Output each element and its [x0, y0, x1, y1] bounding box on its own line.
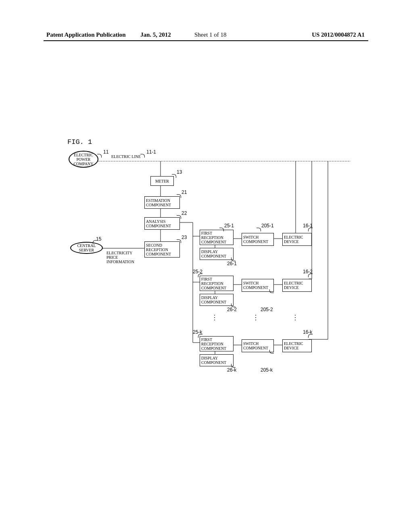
meter-box: METER [150, 176, 174, 186]
lead-25-1 [219, 228, 224, 231]
electric-device-box-1: ELECTRIC DEVICE [282, 233, 312, 246]
ref-205-1: 205-1 [261, 223, 274, 229]
second-reception-label: SECOND RECEPTION COMPONENT [146, 243, 178, 256]
first-reception-label-2: FIRST RECEPTION COMPONENT [201, 277, 232, 290]
lead-11 [97, 154, 102, 158]
analysis-box: ANALYSIS COMPONENT [144, 217, 180, 230]
ref-11: 11 [103, 149, 108, 155]
switch-label-1: SWITCH COMPONENT [243, 235, 272, 244]
ref-25-1: 25-1 [224, 223, 234, 229]
connector-lines [76, 149, 398, 399]
display-box-1: DISPLAY COMPONENT [200, 248, 234, 260]
lead-16-k [308, 334, 313, 338]
ref-26-1: 26-1 [227, 261, 237, 266]
meter-label: METER [155, 179, 169, 183]
block-diagram: ELECTRIC POWER COMPANY 11 ELECTRIC LINE … [76, 149, 398, 399]
ref-22: 22 [181, 210, 187, 216]
lead-15 [93, 240, 97, 244]
central-server-label: CENTRAL SERVER [77, 243, 96, 252]
lead-205-2 [269, 289, 274, 293]
first-reception-box-1: FIRST RECEPTION COMPONENT [200, 230, 234, 245]
lead-13 [172, 174, 176, 178]
publication-text: Patent Application Publication [46, 31, 126, 38]
display-label-k: DISPLAY COMPONENT [201, 356, 232, 365]
analysis-label: ANALYSIS COMPONENT [146, 219, 178, 228]
sheet-text: Sheet 1 of 18 [194, 31, 227, 38]
lead-26-k [231, 364, 236, 368]
display-box-2: DISPLAY COMPONENT [200, 294, 234, 306]
lead-26-1 [231, 258, 236, 261]
first-reception-label-k: FIRST RECEPTION COMPONENT [201, 337, 232, 351]
lead-23 [177, 239, 181, 243]
display-label-1: DISPLAY COMPONENT [201, 249, 232, 258]
date-text: Jan. 5, 2012 [140, 31, 171, 38]
first-reception-label-1: FIRST RECEPTION COMPONENT [201, 231, 232, 244]
lead-205-1 [257, 228, 261, 231]
lead-205-k [269, 350, 274, 353]
second-reception-box: SECOND RECEPTION COMPONENT [144, 241, 180, 258]
central-server-node: CENTRAL SERVER [70, 242, 103, 254]
vdots-1: ··· [214, 314, 215, 322]
switch-label-2: SWITCH COMPONENT [243, 281, 272, 290]
electric-device-label-k: ELECTRIC DEVICE [284, 341, 310, 350]
lead-16-2 [308, 274, 313, 277]
lead-25-k [198, 334, 202, 338]
epc-label: ELECTRIC POWER COMPANY [73, 153, 93, 166]
lead-22 [177, 215, 181, 219]
switch-box-k: SWITCH COMPONENT [242, 339, 274, 352]
electric-device-label-2: ELECTRIC DEVICE [284, 281, 310, 290]
ref-26-2: 26-2 [227, 307, 237, 312]
electric-line-label: ELECTRIC LINE [111, 154, 141, 159]
ref-11-1: 11-1 [146, 149, 156, 155]
vdots-3: ··· [294, 314, 296, 322]
switch-box-1: SWITCH COMPONENT [242, 233, 274, 246]
first-reception-box-2: FIRST RECEPTION COMPONENT [200, 276, 234, 291]
electric-device-box-k: ELECTRIC DEVICE [282, 339, 312, 352]
electric-device-label-1: ELECTRIC DEVICE [284, 235, 310, 244]
header-rule [44, 40, 368, 41]
display-label-2: DISPLAY COMPONENT [201, 295, 232, 304]
electric-power-company-node: ELECTRIC POWER COMPANY [69, 151, 98, 168]
electric-device-box-2: ELECTRIC DEVICE [282, 279, 312, 292]
lead-26-2 [231, 303, 236, 307]
price-info-label: ELECTRICITY PRICE INFORMATION [106, 251, 134, 264]
estimation-box: ESTIMATION COMPONENT [144, 196, 180, 209]
page-header: Patent Application Publication Jan. 5, 2… [0, 31, 413, 39]
first-reception-box-k: FIRST RECEPTION COMPONENT [200, 336, 234, 351]
vdots-2: ··· [255, 314, 257, 322]
ref-205-k: 205-k [261, 367, 273, 373]
ref-23: 23 [181, 235, 187, 240]
ref-13: 13 [177, 169, 182, 175]
ref-205-2: 205-2 [261, 307, 273, 312]
lead-25-2 [198, 274, 202, 277]
figure-label: FIG. 1 [67, 138, 92, 146]
lead-11-1 [140, 154, 145, 158]
estimation-label: ESTIMATION COMPONENT [146, 198, 178, 207]
display-box-k: DISPLAY COMPONENT [200, 354, 234, 366]
switch-box-2: SWITCH COMPONENT [242, 279, 274, 292]
switch-label-k: SWITCH COMPONENT [243, 341, 272, 350]
pubno-text: US 2012/0004872 A1 [312, 31, 365, 38]
lead-16-1 [308, 228, 313, 231]
ref-21: 21 [181, 189, 187, 195]
lead-21 [177, 194, 181, 198]
ref-26-k: 26-k [227, 367, 236, 373]
